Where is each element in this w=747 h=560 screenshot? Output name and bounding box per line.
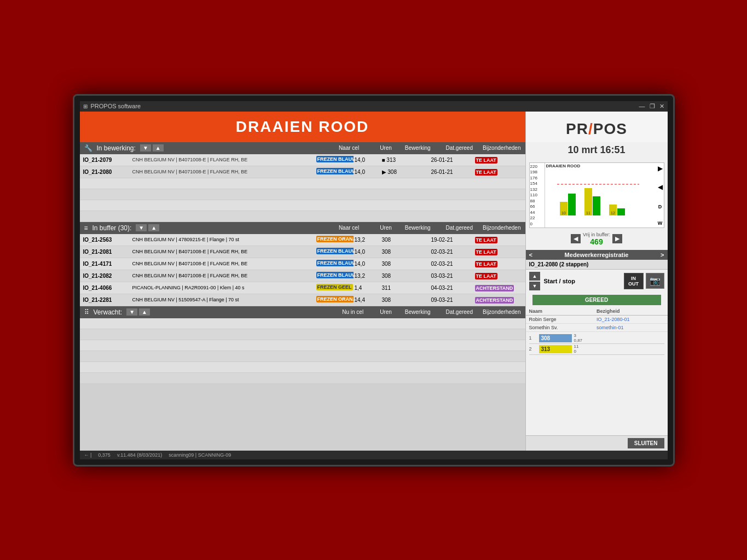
verwacht-empty-5 <box>80 362 525 373</box>
y-label-22: 22 <box>530 215 544 220</box>
buf-status-4: TE LAAT <box>474 272 523 279</box>
gereed-button[interactable]: GEREED <box>532 295 661 305</box>
status-item-3: v.11.484 (8/03/2021) <box>117 452 162 458</box>
medewerker-nav-right[interactable]: > <box>661 252 664 258</box>
verwacht-empty-4 <box>80 351 525 362</box>
buffer-col-uren: Uren <box>380 225 392 231</box>
buf-bewerking-4: 308 <box>381 272 430 279</box>
order-item-1[interactable]: 1 308 30,87 <box>529 333 664 344</box>
inbewerking-up-arrow[interactable]: ▲ <box>153 144 164 151</box>
row-datgereed-1: 26-01-21 <box>430 156 474 164</box>
buffer-col-bijzonderheden: Bijzonderheden <box>483 225 521 231</box>
right-spacer <box>526 356 668 435</box>
buffer-nav-left[interactable]: ◀ <box>571 234 581 243</box>
buf-datgereed-6: 09-03-21 <box>430 296 474 304</box>
buffer-section: ≡ In buffer (30): ▼ ▲ Naar cel Uren Bewe… <box>80 222 525 306</box>
verwacht-col-uren: Uren <box>380 309 392 315</box>
main-content: DRAAIEN ROOD 🔧 In bewerking: ▼ ▲ Naar ce… <box>80 112 668 451</box>
chart-inner: DRAAIEN ROOD <box>545 163 657 228</box>
buf-datgereed-2: 02-03-21 <box>430 248 474 255</box>
name-bezigheid-header: Naam Bezigheid <box>526 307 668 316</box>
verwacht-arrows: ▼ ▲ <box>126 308 150 316</box>
inout-button[interactable]: INOUT <box>624 273 644 289</box>
name-row-2: Somethin Sv. somethin-01 <box>526 324 668 332</box>
order-item-2[interactable]: 2 313 110 <box>529 344 664 355</box>
buffer-row-2[interactable]: IO_21-2081 CNH BELGIUM NV | B4071008-E |… <box>80 246 525 258</box>
buf-datgereed-3: 02-03-21 <box>430 260 474 267</box>
buf-badge-1: FREZEN ORANJE <box>315 235 354 244</box>
y-label-132: 132 <box>530 187 544 192</box>
chart-title-text: DRAAIEN ROOD <box>546 164 581 168</box>
bar-10-green <box>568 194 576 215</box>
chart-d-label: D <box>658 204 662 209</box>
verwacht-down-arrow[interactable]: ▼ <box>126 308 137 316</box>
minimize-btn[interactable]: — <box>639 103 645 110</box>
verwacht-section: ⠿ Verwacht: ▼ ▲ Nu in cel Uren Bewerking… <box>80 306 525 384</box>
buffer-row-5[interactable]: IO_21-4066 PICANOL-PLANNING | RA2R0091-0… <box>80 282 525 294</box>
inbewerking-col-datgereed: Dat.gereed <box>446 145 473 151</box>
status-bar: ← | 0,375 v.11.484 (8/03/2021) scanning0… <box>80 451 668 459</box>
chart-area: 220 198 176 154 132 110 88 66 44 22 0 DR… <box>529 162 664 228</box>
photo-button[interactable]: 📷 <box>646 273 664 289</box>
maximize-btn[interactable]: ❐ <box>650 103 655 110</box>
empty-row-2 <box>80 189 525 200</box>
buffer-row-4[interactable]: IO_21-2082 CNH BELGIUM NV | B4071008-E |… <box>80 270 525 282</box>
chart-y-labels: 220 198 176 154 132 110 88 66 44 22 0 <box>530 163 545 228</box>
buf-bewerking-3: 308 <box>381 260 430 267</box>
title-bar: ⊞ PROPOS software — ❐ ✕ <box>80 101 668 112</box>
bar-12-green <box>617 208 625 215</box>
buf-id-5: IO_21-4066 <box>82 284 131 291</box>
verwacht-up-arrow[interactable]: ▲ <box>139 308 150 316</box>
buf-uren-6: 14,4 <box>354 296 381 304</box>
buf-status-2: TE LAAT <box>474 248 523 255</box>
medewerker-nav-left[interactable]: < <box>529 252 532 258</box>
close-btn[interactable]: ✕ <box>659 103 664 110</box>
buf-uren-2: 14,0 <box>354 248 381 255</box>
row-badge-1: FREZEN BLAUW <box>315 155 354 164</box>
buf-datgereed-5: 04-03-21 <box>430 284 474 291</box>
buf-desc-2: CNH BELGIUM NV | B4071008-E | FLANGE RH,… <box>131 248 315 255</box>
verwacht-col-bewerking: Bewerking <box>405 309 431 315</box>
y-label-220: 220 <box>530 164 544 169</box>
buffer-down-arrow[interactable]: ▼ <box>136 224 147 231</box>
buffer-row-3[interactable]: IO_21-4171 CNH BELGIUM NV | B4071008-E |… <box>80 258 525 270</box>
title-bar-controls[interactable]: — ❐ ✕ <box>639 103 664 110</box>
inbewerking-row-1[interactable]: IO_21-2079 CNH BELGIUM NV | B4071008-E |… <box>80 154 525 166</box>
title-bar-text: PROPOS software <box>91 103 141 109</box>
buf-bewerking-1: 308 <box>381 236 430 243</box>
order-cell-2: 313 <box>539 345 572 353</box>
buf-uren-3: 14,0 <box>354 260 381 267</box>
sluiten-button[interactable]: SLUITEN <box>628 438 664 448</box>
order-num-1: 1 <box>529 335 538 341</box>
status-item-4: scanning09 | SCANNING-09 <box>169 452 231 458</box>
order-val-2: 110 <box>573 344 647 354</box>
y-label-44: 44 <box>530 210 544 215</box>
status-item-1: ← | <box>84 452 92 458</box>
chart-right-arrow-down[interactable]: ◀ <box>658 183 663 191</box>
inbewerking-down-arrow[interactable]: ▼ <box>140 144 151 151</box>
buffer-nav: ◀ Vrij in buffer: 469 ▶ <box>526 230 668 248</box>
inbewerking-row-2[interactable]: IO_21-2080 CNH BELGIUM NV | B4071008-E |… <box>80 166 525 178</box>
buf-bewerking-6: 308 <box>381 296 430 304</box>
sluiten-bar: SLUITEN <box>526 435 668 451</box>
buffer-row-6[interactable]: IO_21-2281 CNH BELGIUM NV | 51509547-A |… <box>80 294 525 306</box>
up-arrow-btn[interactable]: ▲ <box>529 272 541 281</box>
inbewerking-col-bewerking: Bewerking <box>405 145 431 151</box>
down-arrow-btn[interactable]: ▼ <box>529 282 541 290</box>
buffer-header: ≡ In buffer (30): ▼ ▲ Naar cel Uren Bewe… <box>80 222 525 234</box>
buffer-nav-right[interactable]: ▶ <box>612 234 622 243</box>
buf-desc-4: CNH BELGIUM NV | B4071008-E | FLANGE RH,… <box>131 272 315 279</box>
buffer-col-naarcell: Naar cel <box>339 225 359 231</box>
buf-badge-2: FREZEN BLAUW <box>315 247 354 256</box>
verwacht-col-datgereed: Dat.gereed <box>446 309 473 315</box>
row-id-1: IO_21-2079 <box>82 156 131 164</box>
order-rows: 1 308 30,87 2 313 110 <box>529 333 664 355</box>
buffer-row-1[interactable]: IO_21-2563 CNH BELGIUM NV | 47809215-E |… <box>80 234 525 246</box>
buffer-icon: ≡ <box>84 224 88 232</box>
naam-1: Robin Serge <box>529 317 597 322</box>
buffer-up-arrow[interactable]: ▲ <box>148 224 159 231</box>
chart-right-arrow-up[interactable]: ▶ <box>658 165 663 172</box>
buf-status-6: ACHTERSTAND <box>474 296 523 304</box>
header-banner: DRAAIEN ROOD <box>80 112 525 142</box>
buf-datgereed-1: 19-02-21 <box>430 236 474 243</box>
